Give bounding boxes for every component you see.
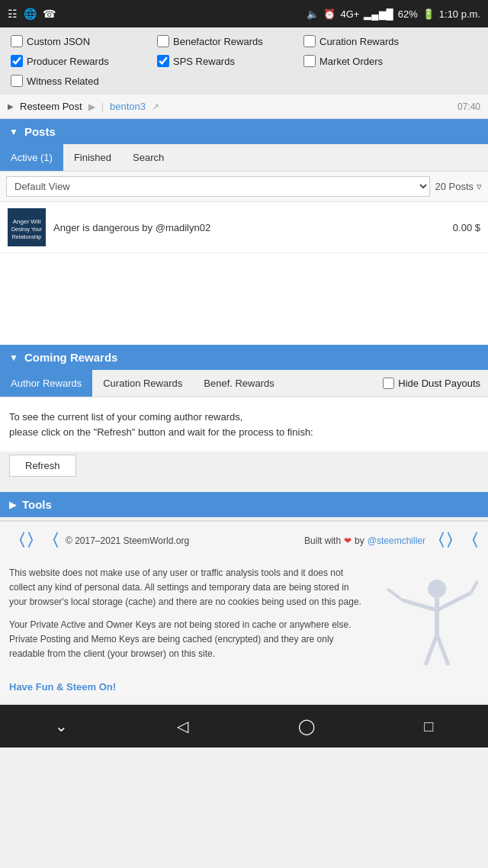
coming-rewards-chevron-icon: ▼ [9,352,18,363]
svg-line-6 [403,600,437,610]
mute-icon: 🔈 [307,8,319,20]
steemworld-logo-left: 〈〉〈 [9,529,59,552]
post-thumbnail: Anger Will Destroy Your Relationship [8,208,46,246]
svg-line-8 [425,635,437,665]
svg-line-11 [471,581,477,593]
tab-benef-rewards[interactable]: Benef. Rewards [193,370,285,397]
footer-built-with: Built with [304,535,341,546]
posts-count-chevron: ▿ [477,181,482,192]
nav-back-button[interactable]: ◁ [162,714,204,738]
info-line1: To see the current list of your coming a… [9,410,479,425]
checkbox-market-orders[interactable]: Market Orders [299,52,444,70]
resteem-time: 07:40 [458,101,480,112]
alarm-icon: ⏰ [323,8,336,20]
footer-figure [372,566,479,673]
coming-rewards-tabs: Author Rewards Curation Rewards Benef. R… [0,370,488,397]
footer-text: This website does not make use of any us… [0,560,488,681]
svg-text:Destroy Your: Destroy Your [11,227,43,233]
footer-username[interactable]: @steemchiller [368,535,425,546]
svg-text:Anger Will: Anger Will [13,218,41,225]
footer-header: 〈〉〈 © 2017–2021 SteemWorld.org Built wit… [0,522,488,560]
tab-curation-rewards[interactable]: Curation Rewards [92,370,193,397]
message-icon: ☷ [8,8,18,20]
posts-tabs: Active (1) Finished Search [0,144,488,172]
resteem-username[interactable]: benton3 [110,101,146,112]
posts-section-label: Posts [24,125,56,138]
status-bar: ☷ 🌐 ☎ 🔈 ⏰ 4G+ ▂▄▆█ 62% 🔋 1:10 p.m. [0,0,488,27]
signal-icon: ▂▄▆█ [364,8,393,20]
status-bar-right: 🔈 ⏰ 4G+ ▂▄▆█ 62% 🔋 1:10 p.m. [307,8,480,20]
info-line2: please click on the "Refresh" button and… [9,425,479,440]
footer-by: by [355,535,364,546]
heart-icon: ❤ [344,535,352,546]
tab-finished[interactable]: Finished [63,144,122,171]
steemworld-logo-right: 〈〉〈 [429,529,479,552]
post-item[interactable]: Anger Will Destroy Your Relationship Ang… [0,202,488,253]
info-text: To see the current list of your coming a… [0,397,488,452]
post-value: 0.00 $ [453,222,480,233]
post-title: Anger is dangerous by @madilyn02 [53,222,445,233]
footer-link[interactable]: Have Fun & Steem On! [0,681,488,702]
view-select[interactable]: Default View [6,176,430,197]
tab-search[interactable]: Search [122,144,175,171]
play-button[interactable]: ▶ [88,101,95,112]
checkbox-producer-rewards[interactable]: Producer Rewards [6,52,151,70]
posts-chevron-icon: ▼ [9,127,18,137]
checkbox-benefactor-rewards[interactable]: Benefactor Rewards [152,32,297,50]
view-controls: Default View 20 Posts ▿ [0,172,488,202]
empty-space [0,253,488,345]
nav-down-button[interactable]: ⌄ [40,714,83,738]
nav-bar: ⌄ ◁ ◯ □ [0,705,488,747]
hide-dust-label[interactable]: Hide Dust Payouts [375,371,488,395]
tab-author-rewards[interactable]: Author Rewards [0,370,92,397]
svg-line-10 [387,589,403,600]
svg-text:Relationship: Relationship [12,234,42,240]
battery-icon: 🔋 [422,8,435,20]
tools-section: ▶ Tools [0,492,488,517]
checkbox-sps-rewards[interactable]: SPS Rewards [152,52,297,70]
svg-point-4 [428,580,446,598]
whatsapp-icon: ☎ [43,8,56,20]
resteem-label: Resteem Post [20,101,82,112]
hide-dust-text: Hide Dust Payouts [398,378,480,389]
network-label: 4G+ [340,8,359,20]
resteem-row: ▶ Resteem Post ▶ | benton3 ↗ 07:40 [0,95,488,119]
tab-active[interactable]: Active (1) [0,144,63,171]
footer-built: Built with ❤ by @steemchiller 〈〉〈 [304,529,479,552]
time-label: 1:10 p.m. [439,8,480,20]
battery-label: 62% [398,8,418,20]
tools-chevron-icon: ▶ [9,500,16,510]
hide-dust-checkbox[interactable] [383,378,394,389]
posts-section-header: ▼ Posts [0,119,488,144]
posts-count: 20 Posts ▿ [435,181,482,192]
footer-copyright: © 2017–2021 SteemWorld.org [66,535,189,546]
coming-rewards-label: Coming Rewards [24,351,118,364]
footer-left: 〈〉〈 © 2017–2021 SteemWorld.org [9,529,189,552]
resteem-arrow: ▶ [8,102,14,111]
svg-line-9 [437,635,448,665]
coming-rewards-section-header: ▼ Coming Rewards [0,345,488,370]
checkbox-curation-rewards[interactable]: Curation Rewards [299,32,444,50]
checkbox-custom-json[interactable]: Custom JSON [6,32,151,50]
checkboxes-section: Custom JSON Benefactor Rewards Curation … [0,27,488,95]
nav-home-button[interactable]: ◯ [283,714,330,738]
footer: 〈〉〈 © 2017–2021 SteemWorld.org Built wit… [0,520,488,702]
checkbox-witness-related[interactable]: Witness Related [6,72,151,90]
status-bar-left: ☷ 🌐 ☎ [8,8,56,20]
refresh-button[interactable]: Refresh [9,455,76,477]
nav-square-button[interactable]: □ [409,715,448,738]
posts-count-label: 20 Posts [435,181,474,192]
globe-icon: 🌐 [24,8,37,20]
tools-label: Tools [22,498,52,511]
tools-section-header: ▶ Tools [0,492,488,517]
